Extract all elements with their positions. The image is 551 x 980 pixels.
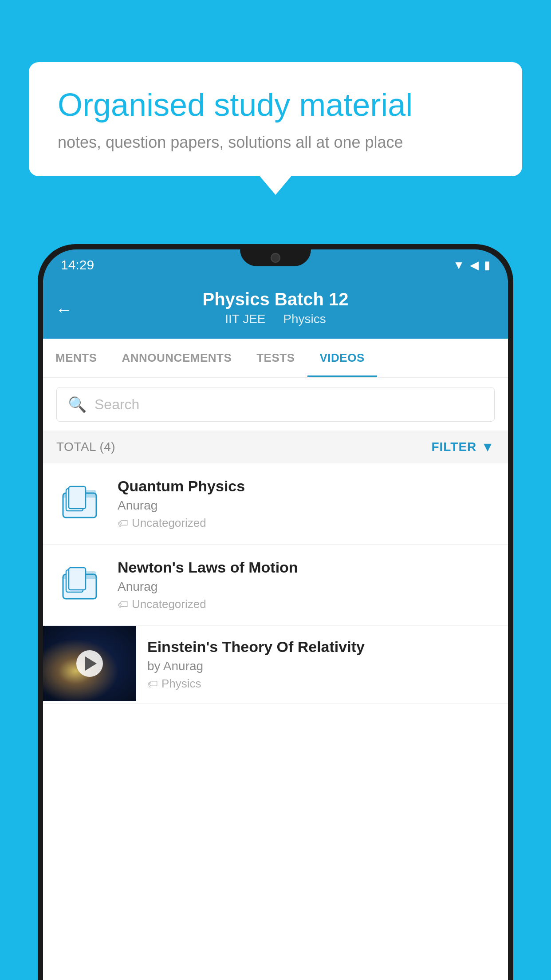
phone-frame: 14:29 ▼ ◀ ▮ ← Physics Batch 12 IIT JEE P…	[38, 244, 513, 980]
search-box[interactable]: 🔍 Search	[56, 387, 495, 422]
header-subtitle: IIT JEE Physics	[56, 312, 495, 326]
status-icons: ▼ ◀ ▮	[453, 258, 490, 272]
folder-icon	[61, 563, 101, 603]
folder-icon	[61, 482, 101, 522]
list-item[interactable]: Newton's Laws of Motion Anurag 🏷 Uncateg…	[43, 545, 508, 626]
folder-icon-wrap	[56, 559, 105, 608]
tag-label: Uncategorized	[132, 516, 206, 530]
video-title: Newton's Laws of Motion	[118, 559, 495, 576]
phone-notch	[240, 249, 311, 266]
bubble-title: Organised study material	[58, 87, 493, 123]
list-item[interactable]: Einstein's Theory Of Relativity by Anura…	[43, 626, 508, 703]
tag-label: Physics	[161, 677, 201, 691]
battery-icon: ▮	[484, 258, 490, 272]
filter-button[interactable]: FILTER ▼	[431, 439, 495, 454]
video-info: Quantum Physics Anurag 🏷 Uncategorized	[118, 478, 495, 530]
wifi-icon: ▼	[453, 258, 464, 272]
bubble-subtitle: notes, question papers, solutions all at…	[58, 133, 493, 152]
list-item[interactable]: Quantum Physics Anurag 🏷 Uncategorized	[43, 463, 508, 545]
video-author: Anurag	[118, 580, 495, 594]
tag-icon: 🏷	[118, 598, 128, 611]
tab-videos[interactable]: VIDEOS	[307, 339, 377, 377]
video-tag: 🏷 Uncategorized	[118, 597, 495, 611]
tag-icon: 🏷	[147, 678, 158, 690]
play-button[interactable]	[76, 650, 103, 677]
video-author: Anurag	[118, 498, 495, 513]
total-count: TOTAL (4)	[56, 440, 115, 454]
speech-bubble: Organised study material notes, question…	[29, 62, 522, 176]
signal-icon: ◀	[470, 258, 479, 272]
search-icon: 🔍	[68, 395, 87, 413]
video-tag: 🏷 Physics	[147, 677, 497, 691]
svg-rect-5	[69, 568, 86, 590]
tag-label: Uncategorized	[132, 597, 206, 611]
app-header: ← Physics Batch 12 IIT JEE Physics	[43, 281, 508, 339]
search-placeholder: Search	[94, 396, 139, 413]
folder-icon-wrap	[56, 478, 105, 526]
video-title: Quantum Physics	[118, 478, 495, 495]
header-title: Physics Batch 12	[56, 289, 495, 309]
video-title: Einstein's Theory Of Relativity	[147, 638, 497, 656]
filter-icon: ▼	[481, 439, 495, 454]
tab-tests[interactable]: TESTS	[244, 339, 307, 377]
tab-ments[interactable]: MENTS	[43, 339, 110, 377]
tag-icon: 🏷	[118, 517, 128, 530]
tab-announcements[interactable]: ANNOUNCEMENTS	[110, 339, 244, 377]
tabs-bar: MENTS ANNOUNCEMENTS TESTS VIDEOS	[43, 339, 508, 378]
video-tag: 🏷 Uncategorized	[118, 516, 495, 530]
status-time: 14:29	[61, 257, 94, 273]
video-info: Newton's Laws of Motion Anurag 🏷 Uncateg…	[118, 559, 495, 611]
screen-content: ← Physics Batch 12 IIT JEE Physics MENTS…	[43, 281, 508, 980]
filter-label: FILTER	[431, 440, 476, 454]
subtitle-physics: Physics	[283, 312, 326, 326]
front-camera	[271, 253, 280, 263]
video-thumbnail	[43, 626, 136, 701]
video-info: Einstein's Theory Of Relativity by Anura…	[136, 626, 508, 703]
svg-rect-2	[69, 486, 86, 509]
phone-inner: 14:29 ▼ ◀ ▮ ← Physics Batch 12 IIT JEE P…	[43, 249, 508, 980]
search-container: 🔍 Search	[43, 378, 508, 431]
play-icon	[85, 656, 97, 671]
speech-bubble-container: Organised study material notes, question…	[29, 62, 522, 176]
back-button[interactable]: ←	[55, 300, 72, 319]
subtitle-iitjee: IIT JEE	[225, 312, 265, 326]
video-author: by Anurag	[147, 659, 497, 673]
filter-bar: TOTAL (4) FILTER ▼	[43, 431, 508, 463]
